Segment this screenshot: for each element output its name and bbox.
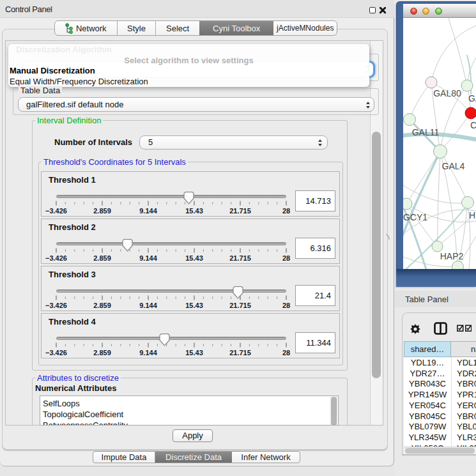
svg-text:H: H bbox=[469, 210, 475, 220]
svg-text:C: C bbox=[470, 120, 476, 130]
svg-text:GA: GA bbox=[468, 93, 476, 104]
svg-text:HAP2: HAP2 bbox=[440, 251, 464, 261]
svg-text:GAL4: GAL4 bbox=[442, 161, 465, 171]
svg-text:GAL80: GAL80 bbox=[433, 88, 461, 98]
svg-text:GCY1: GCY1 bbox=[403, 212, 427, 222]
svg-text:GAL11: GAL11 bbox=[412, 127, 440, 137]
